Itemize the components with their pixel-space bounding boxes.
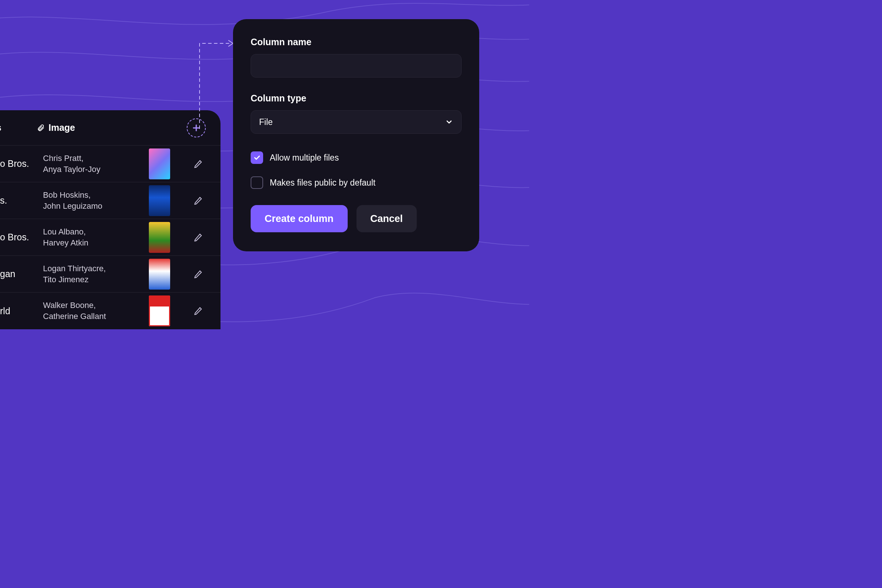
edit-row-button[interactable] [190,230,206,246]
public-by-default-label: Makes files public by default [270,178,376,188]
cell-image [129,185,190,216]
table-header-row: Directors Image [0,110,220,146]
cell-image [129,148,190,179]
pencil-icon [194,196,202,205]
table-row[interactable]: o Bros. Lou Albano,Harvey Atkin [0,219,220,256]
pencil-icon [194,159,202,168]
cancel-button-label: Cancel [370,213,403,225]
cell-title: rld [0,306,43,316]
create-column-dialog: Column name Column type File Allow multi… [233,19,479,251]
poster-thumbnail[interactable] [149,296,170,326]
data-table-panel: Directors Image o Bros. Chris Pratt,Anya… [0,110,220,329]
edit-row-button[interactable] [190,156,206,172]
cell-title: gan [0,268,43,279]
poster-thumbnail[interactable] [149,148,170,179]
column-header-directors-label: Directors [0,122,2,133]
cell-directors: Bob Hoskins,John Leguizamo [43,190,129,212]
attachment-icon [37,124,45,132]
cell-image [129,222,190,253]
column-name-label: Column name [250,37,462,47]
column-type-value: File [259,117,273,127]
pencil-icon [194,306,202,315]
column-header-image[interactable]: Image [37,122,99,133]
table-row[interactable]: s. Bob Hoskins,John Leguizamo [0,182,220,219]
column-type-label: Column type [250,93,462,104]
chevron-down-icon [445,118,453,126]
cell-directors: Logan Thirtyacre,Tito Jimenez [43,263,129,285]
poster-thumbnail[interactable] [149,222,170,253]
poster-thumbnail[interactable] [149,259,170,290]
edit-row-button[interactable] [190,193,206,209]
cell-directors: Lou Albano,Harvey Atkin [43,226,129,248]
cell-title: o Bros. [0,158,43,169]
cell-title: o Bros. [0,232,43,243]
checkbox-unchecked-icon [250,176,263,189]
checkbox-checked-icon [250,152,263,164]
edit-row-button[interactable] [190,266,206,282]
cell-title: s. [0,195,43,206]
table-row[interactable]: gan Logan Thirtyacre,Tito Jimenez [0,256,220,292]
add-column-button[interactable] [187,118,206,138]
cell-image [129,296,190,326]
create-column-button[interactable]: Create column [250,205,348,232]
table-row[interactable]: o Bros. Chris Pratt,Anya Taylor-Joy [0,146,220,182]
edit-row-button[interactable] [190,303,206,319]
column-header-image-label: Image [48,122,75,133]
pencil-icon [194,270,202,279]
column-type-select[interactable]: File [250,110,462,134]
pencil-icon [194,233,202,242]
cell-directors: Walker Boone,Catherine Gallant [43,300,129,322]
poster-thumbnail[interactable] [149,185,170,216]
create-column-button-label: Create column [265,213,334,225]
plus-icon [192,123,201,133]
cancel-button[interactable]: Cancel [357,205,417,232]
column-header-directors[interactable]: Directors [0,122,37,133]
cell-image [129,259,190,290]
allow-multiple-files-label: Allow multiple files [270,153,339,163]
allow-multiple-files-checkbox[interactable]: Allow multiple files [250,152,462,164]
table-row[interactable]: rld Walker Boone,Catherine Gallant [0,292,220,329]
public-by-default-checkbox[interactable]: Makes files public by default [250,176,462,189]
column-name-input[interactable] [250,54,462,78]
cell-directors: Chris Pratt,Anya Taylor-Joy [43,153,129,175]
